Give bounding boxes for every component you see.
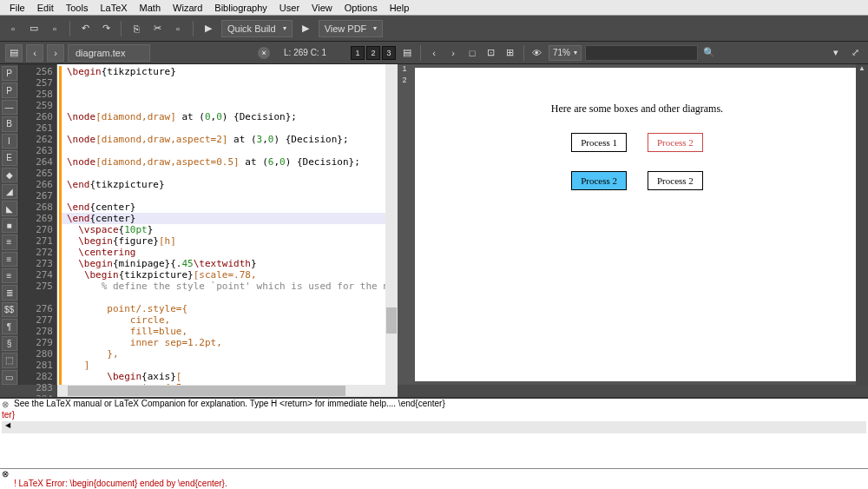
menu-wizard[interactable]: Wizard xyxy=(167,3,208,13)
pdf-preview: Here are some boxes and other diagrams. … xyxy=(411,64,868,385)
editor-scrollbar-h[interactable] xyxy=(57,385,398,397)
marker-column: 12 xyxy=(398,64,411,385)
side-btn-13[interactable]: ≣ xyxy=(2,285,17,300)
list-icon[interactable]: ▤ xyxy=(399,45,415,61)
nav2-icon[interactable]: › xyxy=(445,45,461,61)
copy-icon[interactable]: ⎘ xyxy=(128,21,144,36)
paste-icon[interactable]: ▫ xyxy=(170,21,186,36)
menu-options[interactable]: Options xyxy=(339,3,384,13)
side-btn-12[interactable]: ≡ xyxy=(2,268,17,283)
side-btn-8[interactable]: ◣ xyxy=(2,201,17,215)
log-close-icon[interactable]: ⊗ xyxy=(2,400,9,409)
pdf-heading: Here are some boxes and other diagrams. xyxy=(415,102,859,116)
menubar: FileEditToolsLaTeXMathWizardBibliography… xyxy=(0,0,868,16)
menu-tools[interactable]: Tools xyxy=(60,3,95,13)
side-btn-15[interactable]: ¶ xyxy=(2,319,17,334)
search-input[interactable] xyxy=(585,45,698,61)
new-icon[interactable]: ▫ xyxy=(5,21,21,36)
file-toolbar: ▤ ‹ › diagram.tex × L: 269 C: 1 123 ▤ ‹ … xyxy=(0,42,868,64)
log-suffix: ter} xyxy=(2,410,866,421)
main-toolbar: ▫ ▭ ▫ ↶ ↷ ⎘ ✂ ▫ ▶ Quick Build ▶ View PDF xyxy=(0,16,868,42)
page-3[interactable]: 3 xyxy=(382,46,396,60)
cursor-position: L: 269 C: 1 xyxy=(284,48,326,57)
nav1-icon[interactable]: ‹ xyxy=(426,45,442,61)
side-btn-10[interactable]: ≡ xyxy=(2,235,17,249)
side-toolbar: PP—BIE◆◢◣■≡≡≡≣$$¶§⬚▭ xyxy=(0,64,19,385)
side-btn-5[interactable]: E xyxy=(2,150,17,165)
side-btn-6[interactable]: ◆ xyxy=(2,168,17,182)
log-panel-1: ⊗ See the LaTeX manual or LaTeX Companio… xyxy=(0,397,868,468)
expand-icon[interactable]: ⤢ xyxy=(847,45,863,61)
log2-close-icon[interactable]: ⊗ xyxy=(2,469,9,479)
view-combo[interactable]: View PDF xyxy=(319,20,384,37)
config-icon[interactable]: ▾ xyxy=(828,45,844,61)
build-icon[interactable]: ▶ xyxy=(201,21,216,36)
undo-icon[interactable]: ↶ xyxy=(77,21,93,36)
fit-icon[interactable]: □ xyxy=(464,45,480,61)
main-area: PP—BIE◆◢◣■≡≡≡≣$$¶§⬚▭ 2562572582592602612… xyxy=(0,64,868,385)
side-btn-11[interactable]: ≡ xyxy=(2,252,17,267)
side-btn-4[interactable]: I xyxy=(2,134,17,149)
zoom-combo[interactable]: 71% xyxy=(549,45,582,61)
search-icon[interactable]: 🔍 xyxy=(701,45,717,61)
side-btn-3[interactable]: B xyxy=(2,116,17,131)
close-icon[interactable]: × xyxy=(258,47,270,59)
menu-user[interactable]: User xyxy=(273,3,306,13)
side-btn-17[interactable]: ⬚ xyxy=(2,353,17,367)
menu-math[interactable]: Math xyxy=(134,3,167,13)
cut-icon[interactable]: ✂ xyxy=(149,21,165,36)
save-icon[interactable]: ▫ xyxy=(47,21,62,36)
side-btn-1[interactable]: P xyxy=(2,83,17,97)
pdf-page: Here are some boxes and other diagrams. … xyxy=(415,68,859,381)
zoom2-icon[interactable]: ⊞ xyxy=(503,45,518,61)
back-icon[interactable]: ‹ xyxy=(26,44,43,62)
side-btn-14[interactable]: $$ xyxy=(2,302,17,317)
side-btn-18[interactable]: ▭ xyxy=(2,370,17,385)
menu-icon[interactable]: ▤ xyxy=(5,44,23,62)
menu-help[interactable]: Help xyxy=(384,3,416,13)
view-icon[interactable]: ▶ xyxy=(298,21,313,36)
code-editor[interactable]: \begin{tikzpicture}\node[diamond,draw] a… xyxy=(57,64,398,385)
menu-bibliography[interactable]: Bibliography xyxy=(208,3,273,13)
zoom1-icon[interactable]: ⊡ xyxy=(483,45,499,61)
line-gutter: 2562572582592602612622632642652662672682… xyxy=(19,64,57,385)
menu-edit[interactable]: Edit xyxy=(31,3,60,13)
side-btn-0[interactable]: P xyxy=(2,66,17,81)
log-panel-2: ⊗ ! LaTeX Error: \begin{document} ended … xyxy=(0,468,868,489)
pdf-box: Process 2 xyxy=(648,133,703,152)
menu-file[interactable]: File xyxy=(3,3,31,13)
forward-icon[interactable]: › xyxy=(47,44,64,62)
editor-scrollbar-v[interactable] xyxy=(385,64,398,385)
page-1[interactable]: 1 xyxy=(351,46,365,60)
side-btn-2[interactable]: — xyxy=(2,100,17,115)
side-btn-7[interactable]: ◢ xyxy=(2,184,17,199)
redo-icon[interactable]: ↷ xyxy=(98,21,114,36)
eye-icon[interactable]: 👁 xyxy=(529,45,545,61)
file-tab[interactable]: diagram.tex xyxy=(68,44,150,62)
page-2[interactable]: 2 xyxy=(366,46,380,60)
log-error: ! LaTeX Error: \begin{document} ended by… xyxy=(2,479,866,489)
pdf-box: Process 2 xyxy=(648,171,703,190)
open-icon[interactable]: ▭ xyxy=(26,21,42,36)
pdf-box: Process 2 xyxy=(571,171,627,190)
side-btn-16[interactable]: § xyxy=(2,336,17,351)
side-btn-9[interactable]: ■ xyxy=(2,218,17,233)
menu-latex[interactable]: LaTeX xyxy=(94,3,133,13)
pdf-scrollbar[interactable]: ▲ xyxy=(856,64,868,385)
log-scrollbar[interactable]: ◀ xyxy=(2,421,866,433)
build-combo[interactable]: Quick Build xyxy=(221,20,293,37)
pdf-box: Process 1 xyxy=(571,133,627,152)
menu-view[interactable]: View xyxy=(306,3,339,13)
log-text: See the LaTeX manual or LaTeX Companion … xyxy=(2,399,866,410)
